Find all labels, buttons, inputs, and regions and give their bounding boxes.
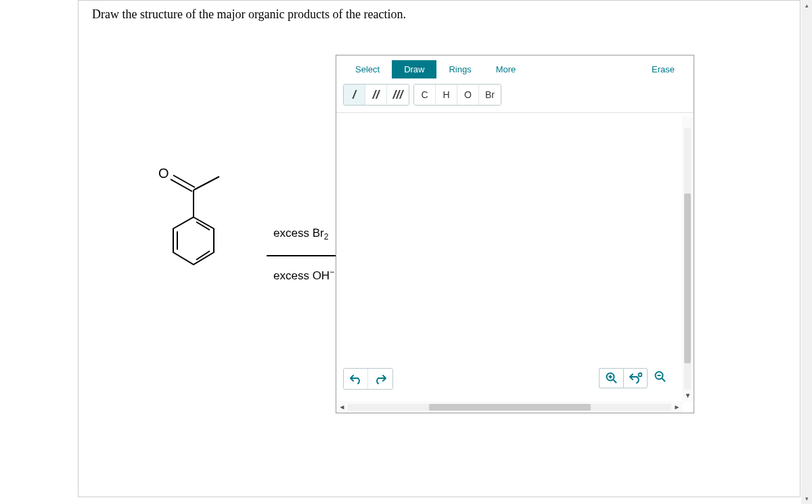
reagent-2: excess OH− xyxy=(273,267,334,283)
element-h-button[interactable]: H xyxy=(436,85,457,105)
svg-line-5 xyxy=(194,177,219,190)
drawing-canvas[interactable] xyxy=(336,116,694,380)
triple-bond-button[interactable]: /// xyxy=(387,85,409,105)
reactant-structure: O xyxy=(119,150,241,312)
element-br-button[interactable]: Br xyxy=(479,85,501,105)
svg-line-6 xyxy=(171,179,192,191)
zoom-out-button[interactable] xyxy=(654,371,667,386)
hscroll-right-arrow-icon[interactable]: ► xyxy=(671,401,683,413)
vscroll-down-arrow-icon[interactable]: ▼ xyxy=(682,390,694,401)
zoom-reset-button[interactable] xyxy=(623,368,648,388)
tab-erase[interactable]: Erase xyxy=(639,60,687,78)
tab-rings[interactable]: Rings xyxy=(436,60,483,78)
undo-icon xyxy=(350,373,362,384)
editor-bottom-bar xyxy=(336,368,694,402)
redo-button[interactable] xyxy=(368,369,392,389)
element-o-button[interactable]: O xyxy=(457,85,479,105)
element-c-button[interactable]: C xyxy=(414,85,436,105)
page-scroll-up-icon[interactable]: ▴ xyxy=(801,0,812,11)
triple-bond-icon: /// xyxy=(392,88,403,102)
tab-select[interactable]: Select xyxy=(343,60,392,78)
page-scroll-down-icon[interactable]: ▾ xyxy=(801,493,812,504)
editor-vertical-scrollbar[interactable]: ▼ xyxy=(682,116,694,401)
reaction-reagents: excess Br2 excess OH− xyxy=(273,227,334,283)
zoom-group xyxy=(599,368,667,388)
undo-button[interactable] xyxy=(344,369,368,389)
single-bond-icon: / xyxy=(353,88,356,102)
reagent-1: excess Br2 xyxy=(273,227,334,242)
hscroll-left-arrow-icon[interactable]: ◄ xyxy=(336,401,348,413)
element-tool-group: C H O Br xyxy=(413,84,501,106)
svg-line-12 xyxy=(613,380,616,383)
page-vertical-scrollbar[interactable]: ▴ ▾ xyxy=(801,0,812,504)
zoom-reset-icon xyxy=(629,372,642,384)
svg-marker-0 xyxy=(173,217,214,265)
bond-tool-group: / // /// xyxy=(343,84,409,106)
redo-icon xyxy=(374,373,386,384)
double-bond-button[interactable]: // xyxy=(365,85,387,105)
question-prompt: Draw the structure of the major organic … xyxy=(92,7,406,22)
vscroll-track[interactable] xyxy=(684,128,691,390)
svg-point-15 xyxy=(639,373,642,377)
editor-horizontal-scrollbar[interactable]: ◄ ► xyxy=(336,401,683,413)
svg-line-17 xyxy=(662,378,665,382)
double-bond-icon: // xyxy=(372,88,379,102)
question-container: Draw the structure of the major organic … xyxy=(78,0,800,497)
reaction-scheme: O excess Br2 excess OH− xyxy=(119,150,349,312)
single-bond-button[interactable]: / xyxy=(344,85,365,105)
zoom-in-icon xyxy=(606,372,618,384)
editor-toolbar: Select Draw Rings More Erase / // /// C … xyxy=(336,55,694,113)
tabs-row: Select Draw Rings More Erase xyxy=(343,60,687,78)
svg-line-7 xyxy=(173,175,195,187)
svg-text:O: O xyxy=(158,166,169,181)
zoom-out-icon xyxy=(654,371,667,383)
hscroll-track[interactable] xyxy=(348,404,671,411)
structure-editor: Select Draw Rings More Erase / // /// C … xyxy=(336,55,694,413)
tab-draw[interactable]: Draw xyxy=(392,60,436,78)
tools-row: / // /// C H O Br xyxy=(343,84,687,106)
zoom-in-button[interactable] xyxy=(599,368,623,388)
hscroll-thumb[interactable] xyxy=(429,404,591,411)
vscroll-thumb[interactable] xyxy=(684,193,691,364)
undo-redo-group xyxy=(343,368,393,390)
tab-more[interactable]: More xyxy=(484,60,528,78)
